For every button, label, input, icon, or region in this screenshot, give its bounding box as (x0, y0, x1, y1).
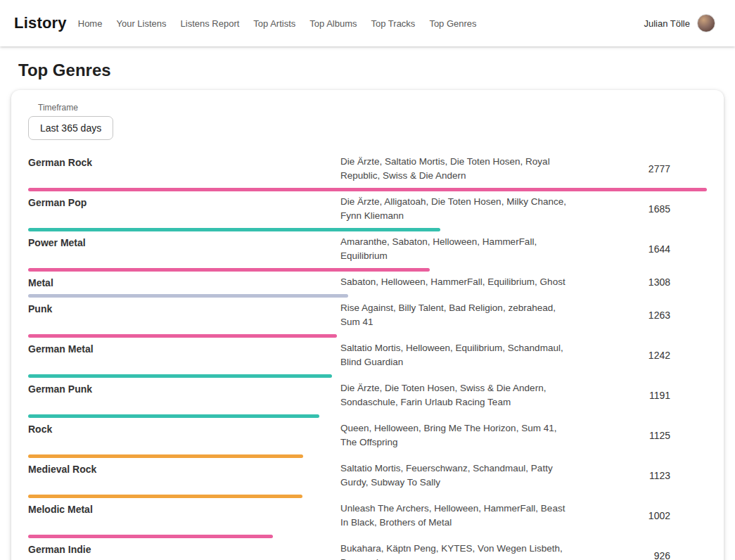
main-nav: Home Your Listens Listens Report Top Art… (78, 18, 477, 29)
nav-link-top-genres[interactable]: Top Genres (429, 18, 476, 29)
genre-name: German Pop (28, 195, 324, 208)
page-title: Top Genres (18, 61, 735, 80)
genre-count: 1242 (589, 350, 707, 361)
genre-name: Metal (28, 275, 324, 288)
genre-count: 1191 (589, 390, 707, 401)
genre-row: German Indie Bukahara, Käptn Peng, KYTES… (28, 538, 707, 560)
genre-count: 1263 (589, 310, 707, 321)
genre-count: 1002 (589, 510, 707, 521)
genre-artists: Saltatio Mortis, Helloween, Equilibrium,… (340, 341, 573, 369)
genre-row: German Pop Die Ärzte, Alligatoah, Die To… (28, 191, 707, 231)
genre-artists: Die Ärzte, Alligatoah, Die Toten Hosen, … (340, 195, 573, 223)
nav-link-top-artists[interactable]: Top Artists (253, 18, 295, 29)
genre-artists: Amaranthe, Sabaton, Helloween, HammerFal… (340, 235, 573, 263)
genre-artists: Queen, Helloween, Bring Me The Horizon, … (340, 421, 573, 450)
genre-row: German Metal Saltatio Mortis, Helloween,… (28, 338, 707, 378)
timeframe-select[interactable]: Last 365 days (28, 116, 113, 140)
genre-artists: Die Ärzte, Saltatio Mortis, Die Toten Ho… (340, 155, 573, 183)
genre-row: Punk Rise Against, Billy Talent, Bad Rel… (28, 298, 707, 338)
nav-link-top-albums[interactable]: Top Albums (309, 18, 357, 29)
user-area: Julian Tölle (644, 14, 715, 32)
genre-table: German Rock Die Ärzte, Saltatio Mortis, … (28, 151, 707, 560)
genre-count: 1308 (589, 276, 707, 288)
genre-name: German Metal (28, 341, 324, 355)
app-logo[interactable]: Listory (14, 14, 67, 32)
nav-link-your-listens[interactable]: Your Listens (116, 18, 166, 29)
user-avatar[interactable] (697, 14, 715, 32)
genre-row: Power Metal Amaranthe, Sabaton, Hellowee… (28, 231, 707, 272)
genre-count: 1644 (589, 243, 707, 255)
genre-count: 1123 (589, 470, 707, 481)
genre-name: Melodic Metal (28, 502, 324, 515)
genre-row: Melodic Metal Unleash The Archers, Hello… (28, 498, 707, 538)
genre-count: 926 (589, 550, 707, 560)
genre-count: 2777 (589, 163, 707, 174)
genre-artists: Sabaton, Helloween, HammerFall, Equilibr… (340, 275, 573, 289)
genre-count: 1125 (589, 430, 707, 441)
genre-name: German Rock (28, 155, 324, 168)
genre-row: Rock Queen, Helloween, Bring Me The Hori… (28, 418, 707, 458)
genre-count: 1685 (589, 203, 707, 215)
genre-artists: Bukahara, Käptn Peng, KYTES, Von Wegen L… (340, 542, 573, 560)
main-content: Top Genres Timeframe Last 365 days Germa… (0, 61, 735, 560)
user-name: Julian Tölle (644, 18, 690, 29)
genre-artists: Die Ärzte, Die Toten Hosen, Swiss & Die … (340, 381, 573, 409)
genre-name: German Indie (28, 542, 324, 555)
genre-name: Power Metal (28, 235, 324, 248)
nav-link-top-tracks[interactable]: Top Tracks (371, 18, 416, 29)
genre-name: German Punk (28, 381, 324, 395)
top-genres-card: Timeframe Last 365 days German Rock Die … (11, 90, 724, 560)
genre-row: German Punk Die Ärzte, Die Toten Hosen, … (28, 378, 707, 418)
top-navbar: Listory Home Your Listens Listens Report… (0, 0, 735, 46)
timeframe-label: Timeframe (38, 103, 707, 113)
genre-name: Medieval Rock (28, 462, 324, 475)
genre-name: Rock (28, 421, 324, 435)
genre-artists: Saltatio Mortis, Feuerschwanz, Schandmau… (340, 462, 573, 490)
genre-artists: Unleash The Archers, Helloween, HammerFa… (340, 502, 573, 530)
genre-artists: Rise Against, Billy Talent, Bad Religion… (340, 301, 573, 329)
nav-link-listens-report[interactable]: Listens Report (181, 18, 240, 29)
genre-row: Medieval Rock Saltatio Mortis, Feuerschw… (28, 458, 707, 498)
genre-name: Punk (28, 301, 324, 314)
genre-row: German Rock Die Ärzte, Saltatio Mortis, … (28, 151, 707, 191)
genre-row: Metal Sabaton, Helloween, HammerFall, Eq… (28, 272, 707, 298)
nav-link-home[interactable]: Home (78, 18, 103, 29)
